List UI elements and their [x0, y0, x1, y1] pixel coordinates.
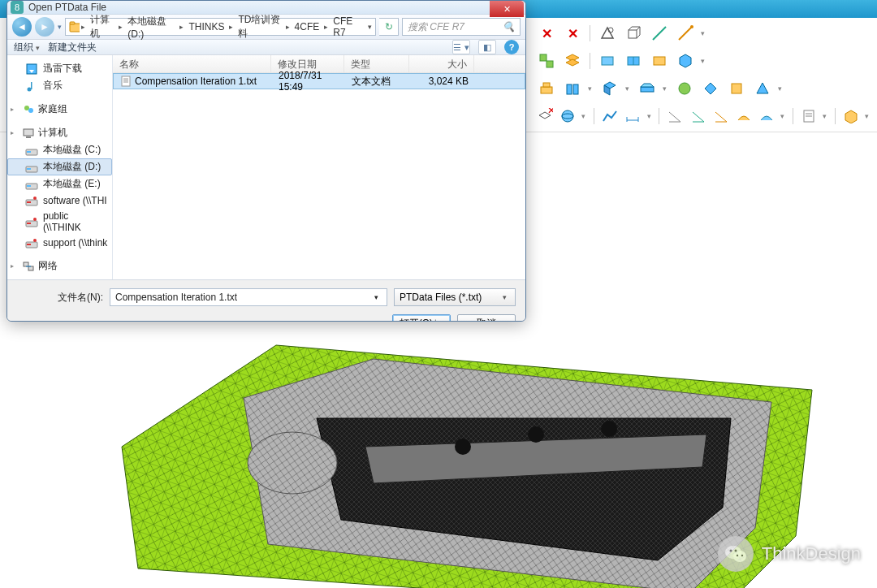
app-icon: 8	[11, 1, 24, 14]
chevron-down-icon[interactable]: ▾	[368, 23, 372, 31]
tool-icon[interactable]	[637, 78, 658, 99]
tree-group-head[interactable]: ▸家庭组	[7, 101, 112, 118]
surface-icon[interactable]	[735, 106, 753, 127]
dropdown-icon[interactable]: ▾	[588, 84, 594, 93]
tool-icon[interactable]	[562, 78, 583, 99]
svg-rect-79	[27, 151, 31, 153]
preview-pane-button[interactable]: ◧	[478, 40, 496, 54]
tree-item[interactable]: 迅雷下载	[7, 60, 112, 77]
breadcrumb-segment[interactable]: CFE R7	[330, 15, 365, 38]
chart-icon[interactable]	[601, 106, 619, 127]
help-button[interactable]: ?	[504, 40, 519, 54]
block-gold-icon[interactable]	[649, 50, 670, 71]
chevron-right-icon[interactable]: ▸	[286, 23, 290, 31]
file-row[interactable]: Compensation Iteration 1.txt2018/7/31 15…	[113, 73, 525, 89]
dropdown-icon[interactable]: ▾	[865, 112, 871, 120]
group-icon[interactable]	[536, 50, 557, 71]
angle-icon[interactable]	[666, 106, 684, 127]
tree-label: 家庭组	[38, 102, 67, 116]
chevron-right-icon[interactable]: ▸	[229, 23, 233, 31]
dialog-titlebar[interactable]: 8 Open PTData File ✕	[7, 1, 525, 15]
3d-icon[interactable]	[842, 106, 860, 127]
layers-icon[interactable]	[562, 50, 583, 71]
dropdown-icon[interactable]: ▾	[625, 84, 632, 93]
navigation-tree[interactable]: 迅雷下载 音乐 ▸家庭组 ▸计算机 本地磁盘 (C:)本地磁盘 (D:)本地磁盘…	[7, 55, 113, 279]
refresh-button[interactable]: ↻	[379, 18, 399, 36]
tool-icon[interactable]	[752, 78, 773, 99]
cancel-button[interactable]: 取消	[457, 314, 516, 322]
angle-icon[interactable]	[689, 106, 707, 127]
cube3d-icon[interactable]	[675, 50, 696, 71]
tree-drive-item[interactable]: 本地磁盘 (D:)	[7, 158, 112, 175]
tool-icon[interactable]	[536, 78, 557, 99]
cube-icon[interactable]	[623, 23, 644, 44]
breadcrumb-segment[interactable]: THINKS	[185, 21, 227, 32]
forward-button[interactable]: ►	[35, 17, 54, 37]
list-rows[interactable]: Compensation Iteration 1.txt2018/7/31 15…	[113, 73, 525, 279]
block-icon[interactable]	[597, 50, 618, 71]
history-dropdown-icon[interactable]: ▾	[58, 23, 62, 31]
delete-icon[interactable]: ✕	[536, 23, 557, 44]
button-label: 打开(O)	[400, 317, 433, 322]
breadcrumb-segment[interactable]: 本地磁盘 (D:)	[124, 15, 178, 40]
tool-icon[interactable]	[674, 78, 695, 99]
globe-icon[interactable]	[559, 106, 577, 127]
chevron-right-icon[interactable]: ▸	[119, 23, 123, 31]
svg-rect-77	[26, 136, 31, 138]
dropdown-icon[interactable]: ▾	[778, 84, 784, 93]
block-icon[interactable]	[623, 50, 644, 71]
breadcrumb-segment[interactable]: TD培训资料	[235, 13, 283, 41]
doc-icon[interactable]	[800, 106, 818, 127]
organize-menu[interactable]: 组织	[14, 41, 40, 54]
breadcrumb-segment[interactable]: 计算机	[87, 13, 117, 41]
delete-layer-icon[interactable]: ✕	[536, 106, 554, 127]
chevron-right-icon[interactable]: ▸	[324, 23, 328, 31]
tool-icon[interactable]	[726, 78, 747, 99]
surface-icon[interactable]	[758, 106, 775, 127]
search-input[interactable]: 搜索 CFE R7 🔍	[402, 18, 521, 36]
angle-icon[interactable]	[712, 106, 730, 127]
dropdown-icon[interactable]: ▾	[701, 57, 707, 65]
line-point-icon[interactable]	[675, 23, 696, 44]
dropdown-icon[interactable]: ▾	[663, 84, 669, 93]
dropdown-icon[interactable]: ▾	[701, 29, 707, 37]
tree-drive-item[interactable]: software (\\THI	[7, 192, 112, 209]
tool-icon[interactable]	[700, 78, 721, 99]
file-size: 3,024 KB	[410, 76, 475, 87]
file-name: Compensation Iteration 1.txt	[135, 76, 257, 87]
open-file-dialog: 8 Open PTData File ✕ ◄ ► ▾ ▸ 计算机 ▸ 本地磁盘 …	[6, 0, 526, 322]
filename-input[interactable]: Compensation Iteration 1.txt ▾	[110, 288, 387, 306]
open-button[interactable]: 打开(O) ▏▾	[392, 314, 451, 322]
chevron-down-icon[interactable]: ▾	[370, 293, 382, 301]
dropdown-icon[interactable]: ▾	[823, 112, 828, 120]
tree-drive-item[interactable]: support (\\think	[7, 235, 112, 251]
chevron-right-icon[interactable]: ▸	[81, 23, 85, 31]
shape-icon[interactable]	[597, 23, 618, 44]
tree-item[interactable]: 音乐	[7, 77, 112, 94]
new-folder-button[interactable]: 新建文件夹	[48, 41, 97, 54]
tree-drive-item[interactable]: public (\\THINK	[7, 209, 112, 235]
network-drive-icon	[25, 194, 38, 207]
breadcrumb-segment[interactable]: 4CFE	[292, 21, 323, 32]
column-name[interactable]: 名称	[113, 55, 271, 72]
dropdown-icon[interactable]: ▾	[647, 112, 653, 120]
dropdown-icon[interactable]: ▾	[581, 112, 587, 120]
column-size[interactable]: 大小	[409, 55, 474, 72]
breadcrumb[interactable]: ▸ 计算机 ▸ 本地磁盘 (D:) ▸ THINKS ▸ TD培训资料 ▸ 4C…	[65, 18, 376, 36]
column-type[interactable]: 类型	[344, 55, 409, 72]
filetype-filter[interactable]: PTData Files (*.txt) ▾	[394, 288, 516, 306]
chevron-right-icon[interactable]: ▸	[179, 23, 184, 31]
close-button[interactable]: ✕	[490, 1, 524, 17]
view-options-button[interactable]: ☰ ▾	[452, 40, 470, 54]
line-icon[interactable]	[649, 23, 670, 44]
tree-group-head[interactable]: ▸计算机	[7, 124, 112, 141]
tree-group-head[interactable]: ▸网络	[7, 257, 112, 275]
dropdown-icon[interactable]: ▾	[780, 112, 786, 120]
tree-drive-item[interactable]: 本地磁盘 (E:)	[7, 175, 112, 192]
tree-drive-item[interactable]: 本地磁盘 (C:)	[7, 141, 112, 158]
tool-icon[interactable]	[599, 78, 620, 99]
back-button[interactable]: ◄	[12, 17, 32, 37]
svg-point-28	[679, 83, 690, 94]
dim-icon[interactable]	[624, 106, 642, 127]
delete-icon[interactable]: ✕	[562, 23, 583, 44]
